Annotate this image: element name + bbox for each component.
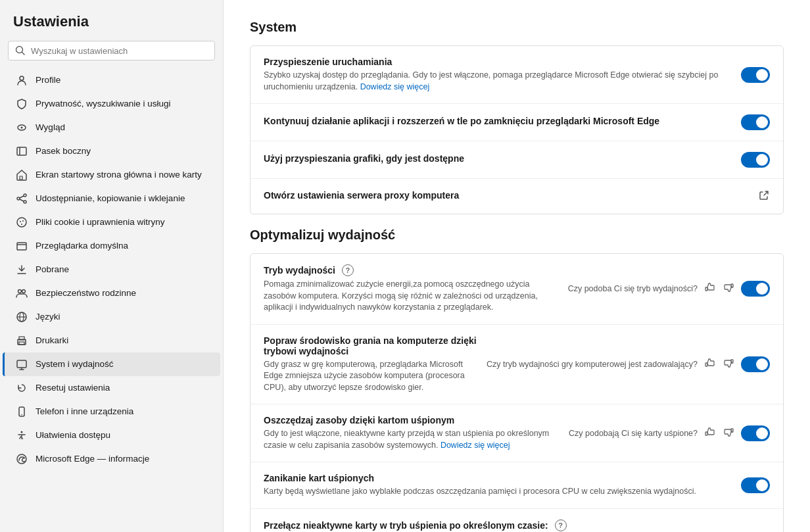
learn-more-link[interactable]: Dowiedz się więcej	[441, 441, 510, 450]
svg-line-12	[20, 199, 24, 201]
row-right	[741, 114, 770, 130]
toggle-gaming[interactable]	[741, 356, 770, 372]
sidebar-item-label: Drukarki	[36, 335, 68, 347]
sidebar-item-newtab[interactable]: Ekran startowy strona główna i nowe kart…	[3, 163, 220, 187]
row-content: Kontynuuj działanie aplikacji i rozszerz…	[264, 116, 733, 129]
sidebar-item-share[interactable]: Udostępnianie, kopiowanie i wklejanie	[3, 187, 220, 210]
thumbs-up-icon[interactable]	[704, 281, 716, 296]
thumbs-down-icon[interactable]	[723, 357, 734, 372]
svg-point-34	[17, 454, 26, 464]
sidebar-item-phone[interactable]: Telefon i inne urządzenia	[3, 400, 220, 423]
external-link-icon[interactable]	[758, 189, 770, 203]
sidebar-item-label: Telefon i inne urządzenia	[36, 406, 133, 418]
sidebar-item-downloads[interactable]: Pobrane	[3, 258, 220, 281]
svg-rect-37	[705, 363, 707, 366]
search-box[interactable]	[8, 41, 215, 60]
system-card: Przyspieszenie uruchamiania Szybko uzysk…	[250, 45, 784, 214]
sidebar: Ustawienia Profile Prywatność, wyszukiwa…	[0, 0, 224, 532]
row-desc: Pomaga zminimalizować zużycie energii,za…	[264, 279, 560, 314]
browser-icon	[16, 240, 28, 252]
sidebar-item-label: Wygląd	[36, 122, 65, 133]
search-input[interactable]	[31, 46, 208, 56]
sidebar-item-label: System i wydajność	[36, 358, 114, 370]
svg-rect-7	[20, 176, 22, 180]
svg-point-8	[24, 194, 26, 197]
sidebar-item-reset[interactable]: Resetuj ustawienia	[3, 376, 220, 400]
sidebar-item-appearance[interactable]: Wygląd	[3, 116, 220, 139]
sidebar-item-label: Pasek boczny	[36, 145, 91, 157]
toggle-perf_mode[interactable]	[741, 281, 770, 297]
toggle-gpu[interactable]	[741, 152, 770, 168]
main-content: System Przyspieszenie uruchamiania Szybk…	[224, 0, 810, 532]
sidebar-item-privacy[interactable]: Prywatność, wyszukiwanie i usługi	[3, 92, 220, 116]
sidebar-item-cookies[interactable]: Pliki cookie i uprawnienia witryny	[3, 210, 220, 234]
row-title: Otwórz ustawienia serwera proxy komputer…	[264, 190, 750, 201]
toggle-sleeping[interactable]	[741, 425, 770, 441]
thumbs-up-icon[interactable]	[704, 357, 716, 372]
sidebar-item-label: Udostępnianie, kopiowanie i wklejanie	[36, 193, 185, 205]
cookie-icon	[16, 216, 28, 228]
toggle-startup[interactable]	[741, 67, 770, 83]
sidebar-item-sidebar[interactable]: Pasek boczny	[3, 139, 220, 163]
nav-list: Profile Prywatność, wyszukiwanie i usług…	[0, 68, 223, 471]
row-desc: Gdy to jest włączone, nieaktywne karty p…	[264, 428, 561, 451]
svg-point-14	[20, 221, 21, 222]
toggle-background[interactable]	[741, 114, 770, 130]
system-row-proxy: Otwórz ustawienia serwera proxy komputer…	[250, 179, 783, 214]
row-question: Czy podoba Ci się tryb wydajności?	[568, 284, 698, 293]
row-content: Użyj przyspieszania grafiki, gdy jest do…	[264, 153, 733, 166]
thumbs-down-icon[interactable]	[723, 281, 734, 296]
row-title: Przyspieszenie uruchamiania	[264, 57, 733, 67]
svg-point-21	[22, 290, 26, 293]
sidebar-item-profile[interactable]: Profile	[3, 68, 220, 92]
sidebar-item-label: Resetuj ustawienia	[36, 382, 110, 394]
sidebar-item-system[interactable]: System i wydajność	[3, 352, 220, 376]
system-icon	[16, 358, 28, 370]
row-desc: Szybko uzyskaj dostęp do przeglądania. G…	[264, 70, 733, 93]
system-row-gpu: Użyj przyspieszania grafiki, gdy jest do…	[250, 141, 783, 179]
row-content: Oszczędzaj zasoby dzięki kartom uśpionym…	[264, 415, 561, 451]
sidebar-item-family[interactable]: Bezpieczeństwo rodzinne	[3, 281, 220, 305]
sidebar-item-printers[interactable]: Drukarki	[3, 329, 220, 352]
info-icon-perf_mode[interactable]: ?	[342, 264, 354, 276]
sidebar-item-about[interactable]: Microsoft Edge — informacje	[3, 447, 220, 471]
info-icon-inactive[interactable]: ?	[555, 520, 567, 531]
sidebar-item-accessibility[interactable]: Ułatwienia dostępu	[3, 423, 220, 447]
printer-icon	[16, 335, 28, 347]
row-right: Czy podobają Ci się karty uśpione?	[569, 425, 770, 441]
svg-line-11	[20, 196, 24, 198]
row-question: Czy tryb wydajności gry komputerowej jes…	[487, 360, 698, 369]
shield-icon	[16, 98, 28, 110]
system-row-background: Kontynuuj działanie aplikacji i rozszerz…	[250, 104, 783, 141]
sidebar-icon	[16, 145, 28, 157]
svg-point-4	[21, 127, 23, 129]
accessibility-icon	[16, 429, 28, 441]
row-content: Tryb wydajności? Pomaga zminimalizować z…	[264, 264, 560, 314]
svg-point-10	[24, 201, 26, 203]
edge-icon	[16, 453, 28, 465]
svg-rect-39	[705, 432, 707, 435]
sidebar-item-languages[interactable]: Języki	[3, 305, 220, 329]
thumbs-up-icon[interactable]	[704, 426, 716, 441]
svg-rect-28	[17, 360, 26, 368]
perf-row-perf_mode: Tryb wydajności? Pomaga zminimalizować z…	[250, 254, 783, 325]
row-title: Kontynuuj działanie aplikacji i rozszerz…	[264, 116, 733, 126]
svg-point-13	[17, 218, 26, 227]
learn-more-link[interactable]: Dowiedz się więcej	[360, 82, 430, 91]
sidebar-item-default[interactable]: Przeglądarka domyślna	[3, 234, 220, 258]
sidebar-item-label: Ułatwienia dostępu	[36, 429, 110, 441]
row-title: Tryb wydajności?	[264, 264, 560, 276]
toggle-fade[interactable]	[741, 477, 770, 493]
sidebar-item-label: Pliki cookie i uprawnienia witryny	[36, 216, 165, 228]
person-icon	[16, 74, 28, 86]
row-desc: Karty będą wyświetlane jako wyblakłe pod…	[264, 486, 733, 498]
thumbs-down-icon[interactable]	[723, 426, 734, 441]
row-content: Przyspieszenie uruchamiania Szybko uzysk…	[264, 57, 733, 93]
svg-point-20	[18, 290, 22, 293]
family-icon	[16, 287, 28, 299]
performance-card: Tryb wydajności? Pomaga zminimalizować z…	[250, 253, 784, 532]
reset-icon	[16, 382, 28, 394]
svg-rect-35	[705, 287, 707, 291]
row-title: Zanikanie kart uśpionych	[264, 473, 733, 483]
search-icon	[15, 45, 26, 56]
